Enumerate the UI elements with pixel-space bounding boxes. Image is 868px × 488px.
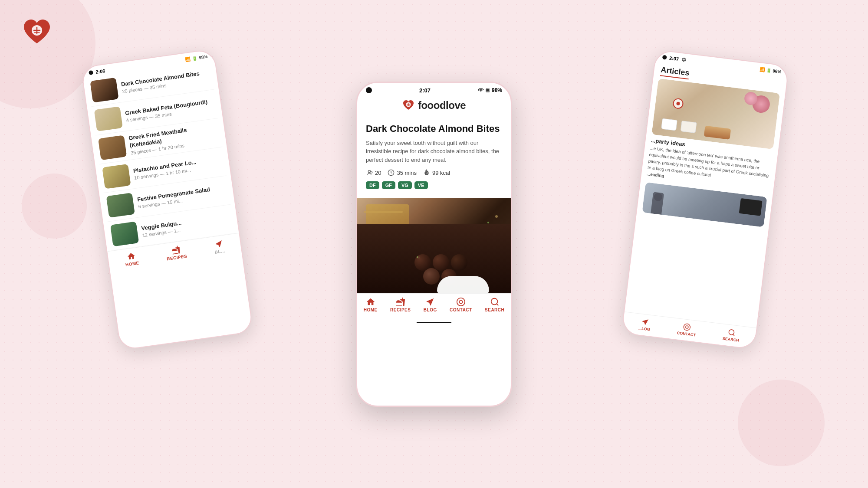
svg-point-18 <box>686 326 689 329</box>
nav-recipes[interactable]: RECIPES <box>390 297 411 312</box>
right-phone: 2:07 📶 🔋 98% Articles <box>621 49 789 350</box>
recipe-thumb <box>106 193 135 218</box>
recipe-thumb <box>94 106 123 131</box>
recipe-list-info: Festive Pomegranate Salad 6 servings — 1… <box>137 184 227 210</box>
recipe-list-info: Dark Chocolate Almond Bites 20 pieces — … <box>121 69 211 94</box>
nav-contact[interactable]: CONTACT <box>450 297 472 312</box>
svg-point-11 <box>368 170 370 173</box>
nav-label: HOME <box>364 308 378 312</box>
left-phone: 2:06 📶 🔋 98% Dark Chocolate Almond Bites… <box>81 49 254 351</box>
garnish <box>495 215 498 218</box>
center-phone: 2:07 98% fooodlove Dark Chocolate Almond… <box>356 82 512 407</box>
food-image <box>357 198 511 293</box>
coffee-liquid <box>364 211 403 213</box>
nav-label-blog: BL... <box>214 249 225 255</box>
search-icon <box>490 297 500 307</box>
nav-search[interactable]: SEARCH <box>485 297 504 312</box>
app-header: fooodlove <box>357 96 511 117</box>
recipe-detail: Dark Chocolate Almond Bites Satisfy your… <box>357 117 511 198</box>
center-status-bar: 2:07 98% <box>357 83 511 96</box>
tag-df: DF <box>366 181 379 189</box>
recipe-thumb <box>98 135 127 160</box>
tea-cup <box>681 121 697 133</box>
nav-label: BLOG <box>424 308 437 312</box>
center-battery: 98% <box>492 87 502 93</box>
nav-label: SEARCH <box>485 308 504 312</box>
svg-point-17 <box>684 324 691 331</box>
recipe-metadata: 20 35 mins 99 kcal <box>366 169 502 176</box>
svg-point-14 <box>459 301 462 304</box>
tag-ve: VE <box>414 181 428 189</box>
left-battery: 98% <box>198 54 207 60</box>
time-value: 35 mins <box>397 170 417 176</box>
svg-line-16 <box>496 304 498 306</box>
svg-point-13 <box>457 298 465 306</box>
flame-icon <box>423 169 430 176</box>
camera-dot <box>662 55 667 60</box>
recipe-description: Satisfy your sweet tooth without guilt w… <box>366 139 502 164</box>
nav-recipes[interactable]: RECIPES <box>165 244 187 261</box>
right-nav-bar: ...LOG CONTACT SEARCH <box>622 311 756 349</box>
right-time: 2:07 <box>669 56 679 62</box>
contact-icon <box>456 297 466 307</box>
articles-title: Articles <box>660 65 690 79</box>
svg-rect-6 <box>486 89 489 92</box>
nav-label-recipes: RECIPES <box>166 254 187 261</box>
right-bottom-nav: ...LOG CONTACT SEARCH <box>622 311 756 349</box>
choc-ball <box>423 268 440 285</box>
svg-line-20 <box>733 334 734 336</box>
pieces-value: 20 <box>375 170 381 176</box>
nav-home[interactable]: HOME <box>364 297 378 312</box>
computer-screen <box>739 198 763 216</box>
right-nav-search-label: SEARCH <box>722 336 739 343</box>
right-nav-blog-label: ...LOG <box>638 326 650 331</box>
home-bar <box>417 322 451 323</box>
nav-search-right[interactable]: SEARCH <box>722 328 740 342</box>
blog-icon <box>425 297 435 307</box>
recipes-icon <box>396 297 405 307</box>
nav-label-home: HOME <box>125 260 139 267</box>
right-battery: 98% <box>773 68 782 74</box>
camera-dot <box>89 70 93 75</box>
time-info: 35 mins <box>388 169 417 176</box>
nav-home[interactable]: HOME <box>124 251 139 267</box>
calories-info: 99 kcal <box>423 169 450 176</box>
tag-vg: VG <box>398 181 412 189</box>
recipe-list: Dark Chocolate Almond Bites 20 pieces — … <box>83 60 239 252</box>
right-nav-contact-label: CONTACT <box>677 331 696 337</box>
article-card-1[interactable]: ...party ideas ...e UK, the idea of 'aft… <box>646 79 780 194</box>
home-indicator <box>357 318 511 325</box>
app-logo-text: fooodlove <box>418 99 466 111</box>
nav-label: RECIPES <box>390 308 411 312</box>
recipe-tags: DF GF VG VE <box>366 181 502 189</box>
home-icon <box>366 297 375 307</box>
svg-point-15 <box>491 298 497 305</box>
camera-dot <box>366 87 372 93</box>
nav-blog[interactable]: BL... <box>213 239 226 255</box>
recipe-list-info: Greek Baked Feta (Bougiourdi) 4 servings… <box>125 97 215 123</box>
status-icons: 98% <box>478 87 502 93</box>
blog-icon-right <box>641 318 649 326</box>
svg-point-19 <box>728 329 734 335</box>
pastry <box>704 126 731 140</box>
tea-cup <box>661 118 677 131</box>
nav-blog-right[interactable]: ...LOG <box>638 318 651 332</box>
clock-icon <box>388 169 395 176</box>
nav-label: CONTACT <box>450 308 472 312</box>
recipe-title: Dark Chocolate Almond Bites <box>366 123 502 134</box>
choc-ball <box>451 254 467 271</box>
recipe-thumb <box>90 78 118 103</box>
nav-contact-right[interactable]: CONTACT <box>677 322 697 337</box>
nav-blog[interactable]: BLOG <box>424 297 437 312</box>
recipe-list-info: Veggie Bulgu... 12 servings — 1... <box>141 213 231 238</box>
left-time: 2:06 <box>95 68 105 75</box>
recipe-thumb <box>110 221 139 246</box>
pieces-count: 20 <box>366 169 381 176</box>
app-logo-icon <box>402 99 414 111</box>
center-time: 2:07 <box>419 87 431 94</box>
calories-value: 99 kcal <box>432 170 450 176</box>
tag-gf: GF <box>382 181 395 189</box>
location-circle <box>672 98 684 109</box>
pieces-icon <box>366 169 373 176</box>
search-icon-right <box>727 328 736 337</box>
